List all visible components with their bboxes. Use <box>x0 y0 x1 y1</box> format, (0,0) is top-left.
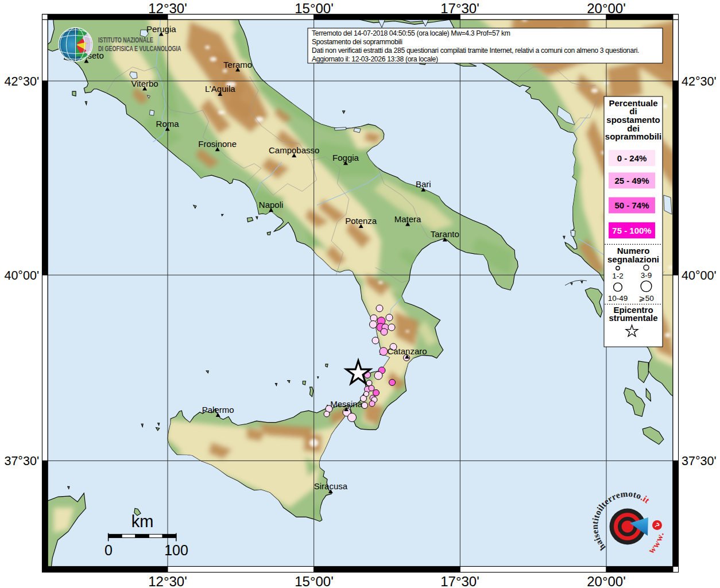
svg-text:soprammobili: soprammobili <box>605 131 661 141</box>
svg-text:Spostamento dei soprammobili: Spostamento dei soprammobili <box>312 38 402 46</box>
svg-text:strumentale: strumentale <box>609 313 657 323</box>
svg-text:Dati non verificati estratti d: Dati non verificati estratti da 285 ques… <box>312 47 639 55</box>
svg-text:100: 100 <box>164 542 188 558</box>
svg-text:Aggiornato il: 12-03-2026 13:3: Aggiornato il: 12-03-2026 13:38 (ora loc… <box>312 55 438 63</box>
svg-text:20°00': 20°00' <box>587 574 626 588</box>
svg-text:Bari: Bari <box>416 179 431 189</box>
svg-text:17°30': 17°30' <box>440 1 479 16</box>
svg-text:Taranto: Taranto <box>431 229 459 239</box>
svg-text:42°30': 42°30' <box>682 75 717 88</box>
svg-text:Roma: Roma <box>156 119 180 129</box>
svg-text:1-2: 1-2 <box>612 272 624 280</box>
svg-text:Terremoto del 14-07-2018 04:50: Terremoto del 14-07-2018 04:50:55 (ora l… <box>312 29 510 37</box>
svg-text:L’Aquila: L’Aquila <box>205 84 235 94</box>
svg-text:40°00': 40°00' <box>682 269 717 283</box>
svg-text:Foggia: Foggia <box>332 153 359 163</box>
svg-text:⩾50: ⩾50 <box>638 294 653 303</box>
svg-text:Frosinone: Frosinone <box>198 139 237 149</box>
svg-text:Numero: Numero <box>617 246 650 256</box>
svg-text:Catanzaro: Catanzaro <box>387 346 427 356</box>
svg-text:0: 0 <box>104 542 113 558</box>
svg-text:Palermo: Palermo <box>202 405 234 415</box>
svg-text:segnalazioni: segnalazioni <box>607 254 659 264</box>
svg-text:40°00': 40°00' <box>4 269 39 283</box>
svg-text:37°30': 37°30' <box>4 454 39 468</box>
svg-text:Viterbo: Viterbo <box>131 79 158 88</box>
svg-text:Messina: Messina <box>330 399 363 409</box>
svg-text:37°30': 37°30' <box>682 454 717 468</box>
svg-text:ISTITUTO NAZIONALE: ISTITUTO NAZIONALE <box>98 36 153 44</box>
svg-text:3-9: 3-9 <box>641 271 652 280</box>
svg-text:17°30': 17°30' <box>440 574 479 588</box>
svg-text:Siracusa: Siracusa <box>314 481 348 491</box>
svg-text:Napoli: Napoli <box>259 200 284 210</box>
svg-text:0 - 24%: 0 - 24% <box>617 153 647 163</box>
svg-text:Teramo: Teramo <box>223 60 252 69</box>
svg-text:12°30': 12°30' <box>148 1 187 16</box>
svg-text:15°00': 15°00' <box>295 1 334 16</box>
svg-text:10-49: 10-49 <box>608 294 628 303</box>
svg-text:20°00': 20°00' <box>587 1 626 16</box>
svg-text:15°00': 15°00' <box>295 574 334 588</box>
svg-text:Perugia: Perugia <box>146 24 176 34</box>
svg-text:25 - 49%: 25 - 49% <box>614 176 649 185</box>
svg-text:Potenza: Potenza <box>345 216 377 226</box>
svg-text:12°30': 12°30' <box>148 574 187 588</box>
svg-text:75 - 100%: 75 - 100% <box>612 226 651 235</box>
svg-text:50 - 74%: 50 - 74% <box>614 200 649 210</box>
svg-text:Matera: Matera <box>394 214 421 224</box>
svg-text:Campobasso: Campobasso <box>269 145 319 155</box>
svg-text:42°30': 42°30' <box>4 75 39 88</box>
svg-text:km: km <box>131 512 154 531</box>
svg-text:DI GEOFISICA E VULCANOLOGIA: DI GEOFISICA E VULCANOLOGIA <box>98 44 181 52</box>
